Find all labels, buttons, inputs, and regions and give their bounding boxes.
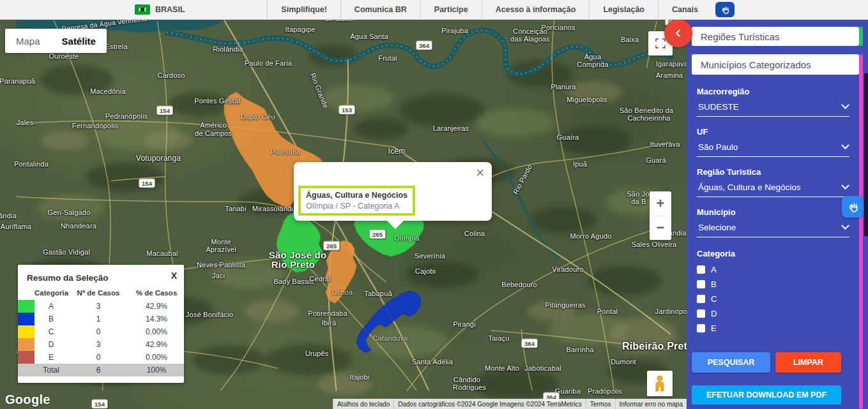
libras-hands-icon [846, 200, 859, 213]
summary-col-categoria: Categoria [34, 285, 68, 300]
map-type-control: Mapa Satélite [5, 29, 107, 53]
categoria-option-e[interactable]: E [697, 323, 717, 332]
filter-dropdown[interactable]: São Paulo [697, 142, 849, 157]
vlibras-accessibility-button[interactable] [842, 196, 864, 218]
satellite-view-button[interactable]: Satélite [51, 29, 107, 53]
summary-cat: B [34, 313, 68, 325]
topbar-link-simplifique-[interactable]: Simplifique! [267, 0, 340, 19]
filter-selected-value: Selecione [698, 223, 736, 232]
tab-accent-green [859, 27, 863, 46]
zoom-in-button[interactable]: + [650, 191, 671, 216]
pegman-streetview-button[interactable] [647, 371, 673, 396]
summary-total-label: Total [34, 364, 68, 376]
keyboard-shortcuts-link[interactable]: Atalhos do teclado [333, 399, 393, 409]
category-color-swatch-A [18, 300, 34, 313]
zoom-out-button[interactable]: − [650, 216, 671, 241]
categoria-option-a[interactable]: A [697, 265, 717, 274]
checkbox-label: D [711, 309, 717, 318]
categoria-option-b[interactable]: B [697, 279, 717, 288]
checkbox-label: E [711, 323, 717, 333]
summary-col-casos: Nº de Casos [68, 285, 129, 300]
summary-pct: 42.9% [129, 300, 184, 313]
checkbox-b[interactable] [697, 280, 705, 288]
summary-pct: 0.00% [129, 325, 184, 338]
brazil-flag-icon [135, 4, 150, 15]
summary-total-casos: 6 [68, 364, 129, 376]
region-polygon-sao-jose-do-rio-preto-categoria-a[interactable] [277, 212, 322, 272]
summary-close-button[interactable]: X [171, 271, 177, 281]
topbar-link-canais[interactable]: Canais [658, 0, 712, 19]
category-color-swatch-C [18, 325, 34, 338]
filter-fields: MacrorregiãoSUDESTEUFSão PauloRegião Tur… [697, 87, 849, 248]
info-window-highlight-box: Águas, Cultura e Negócios Olímpia / SP -… [298, 186, 415, 216]
filter-dropdown[interactable]: Selecione [697, 223, 849, 237]
brand-brasil[interactable]: BRASIL [135, 0, 185, 19]
checkbox-c[interactable] [697, 295, 705, 303]
sidebar-collapse-button[interactable] [664, 19, 692, 47]
vlibras-topbar-button[interactable] [715, 2, 735, 17]
topbar-link-legisla-o[interactable]: Legislação [589, 0, 658, 19]
info-window-title: Águas, Cultura e Negócios [306, 191, 407, 200]
pegman-icon [652, 375, 667, 392]
chevron-down-icon [841, 221, 849, 230]
checkbox-label: B [711, 279, 717, 289]
summary-table-header: Categoria Nº de Casos % de Casos [18, 285, 184, 300]
map-canvas[interactable]: Represa da Água Vermelhade SalesItapagip… [0, 19, 687, 409]
topbar-link-comunica-br[interactable]: Comunica BR [340, 0, 420, 19]
pesquisar-button[interactable]: PESQUISAR [692, 352, 770, 373]
summary-row-D: D342.9% [18, 338, 184, 351]
download-pdf-button[interactable]: EFETUAR DOWNLOAD EM PDF [692, 385, 841, 405]
filter-label: Município [697, 207, 849, 217]
summary-cat: A [34, 300, 68, 313]
checkbox-d[interactable] [697, 309, 705, 318]
terms-link[interactable]: Termos [586, 399, 615, 409]
tab-municipios-categorizados[interactable]: Municípios Categorizados [692, 54, 859, 75]
limpar-button[interactable]: LIMPAR [775, 352, 841, 373]
summary-casos: 1 [68, 313, 129, 325]
chevron-down-icon [841, 141, 849, 149]
filter-selected-value: São Paulo [698, 142, 738, 152]
zoom-control: + − [650, 191, 671, 240]
summary-title: Resumo da Seleção [18, 265, 184, 285]
checkbox-e[interactable] [697, 324, 705, 332]
summary-col-pct: % de Casos [129, 285, 184, 300]
summary-row-E: E00.00% [18, 351, 184, 364]
summary-total-row: Total 6 100% [18, 364, 184, 376]
topbar-link-acesso-informa-o[interactable]: Acesso à informação [482, 0, 590, 19]
map-data-copyright: Dados cartográficos ©2024 Google Imagens… [393, 399, 585, 409]
category-color-swatch-E [18, 351, 34, 364]
summary-pct: 42.9% [129, 338, 184, 351]
filter-dropdown[interactable]: Águas, Cultura e Negócios [697, 182, 849, 197]
categoria-option-d[interactable]: D [697, 309, 717, 318]
tab-regioes-turisticas[interactable]: Regiões Turísticas [692, 27, 859, 46]
checkbox-a[interactable] [697, 265, 705, 274]
info-window-close-icon[interactable]: × [476, 166, 484, 180]
filter-group-munic-pio: MunicípioSelecione [697, 207, 849, 237]
summary-table-rows: A342.9%B114.3%C00.00%D342.9%E00.00% [18, 300, 184, 364]
region-polygon-uchoa-categoria-d[interactable] [325, 241, 356, 303]
info-window-subtitle: Olímpia / SP - Categoria A [306, 202, 407, 211]
summary-cat: E [34, 351, 68, 364]
map-attribution-bar: Atalhos do tecladoDados cartográficos ©2… [333, 399, 687, 409]
category-color-swatch-B [18, 313, 34, 325]
map-view-button[interactable]: Mapa [5, 29, 51, 53]
summary-total-pct: 100% [129, 364, 184, 376]
summary-casos: 3 [68, 338, 129, 351]
categoria-option-c[interactable]: C [697, 294, 717, 303]
sidebar-scrollbar[interactable] [864, 73, 868, 236]
filter-selected-value: SUDESTE [698, 102, 739, 112]
filters-sidebar: Regiões Turísticas Municípios Categoriza… [687, 19, 868, 409]
topbar-link-participe[interactable]: Participe [420, 0, 482, 19]
categoria-checkbox-list: ABCDE [697, 265, 717, 338]
summary-row-C: C00.00% [18, 325, 184, 338]
report-map-error-link[interactable]: Informar erro no mapa [615, 399, 687, 409]
summary-casos: 0 [68, 325, 129, 338]
filter-group-uf: UFSão Paulo [697, 127, 849, 157]
filter-dropdown[interactable]: SUDESTE [697, 102, 849, 117]
tab-accent-pink [859, 54, 863, 409]
summary-cat: D [34, 338, 68, 351]
filter-group-regi-o-turistica: Região TuristicaÁguas, Cultura e Negócio… [697, 167, 849, 197]
filter-label: UF [697, 127, 849, 137]
summary-pct: 14.3% [129, 313, 184, 325]
categoria-section-label: Categoria [697, 249, 735, 258]
